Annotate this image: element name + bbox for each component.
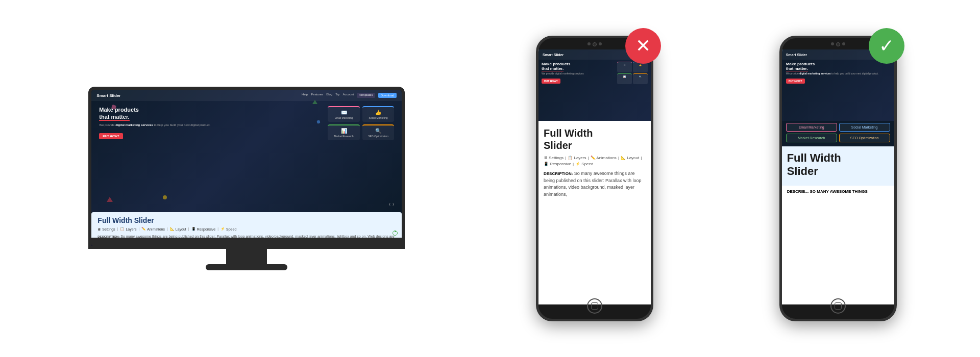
phone-good-screen: Smart Slider ≡ Make productsthat matter.… (782, 49, 894, 304)
phone-good-desc-label: DESCRIB... So many awesome things (787, 189, 868, 194)
monitor: Smart Slider Help Features Blog Try Acco… (88, 87, 405, 249)
phone-bad-subtext: We provide digital marketing services (542, 72, 614, 75)
phone-good: Smart Slider ≡ Make productsthat matter.… (779, 36, 897, 321)
phone-bad-info: Full Width Slider 🖥 Settings | 📋 Layers … (538, 121, 651, 204)
slider-text-column: Make products that matter. We provide di… (99, 106, 320, 139)
email-icon: ✉️ (330, 110, 357, 115)
phone-good-camera (831, 42, 845, 46)
good-card-social: Social Marketing (839, 123, 890, 132)
social-icon: 👍 (365, 110, 392, 115)
deco-triangle-1 (107, 197, 113, 202)
phone-bad-camera (587, 42, 602, 46)
phone-bad-content: Make productsthat matter. We provide dig… (538, 60, 651, 86)
phone-good-info: Full WidthSlider (782, 146, 894, 186)
desktop-section: Smart Slider Help Features Blog Try Acco… (83, 87, 410, 270)
monitor-screen: Smart Slider Help Features Blog Try Acco… (91, 90, 402, 238)
info-card-tags: 🖥 Settings | 📋 Layers | ✏️ Animations | … (97, 227, 396, 231)
phone-bad-desc-label: DESCRIPTION: (544, 171, 573, 176)
phone-bad-container: ✕ Smart Slider ≡ Make productsthat matte… (536, 36, 653, 321)
good-card-email: Email Marketing (786, 123, 837, 132)
tag-animations-bad: ✏️ Animations (591, 156, 617, 160)
phone-bad-text: Make productsthat matter. We provide dig… (542, 62, 614, 84)
tag-layout[interactable]: 📐 Layout (170, 227, 186, 231)
phone-bad-screen: Smart Slider ≡ Make productsthat matter.… (538, 49, 651, 304)
tag-layout-bad: 📐 Layout (621, 156, 639, 160)
camera-dot-4 (842, 42, 845, 45)
nav-link-blog[interactable]: Blog (326, 93, 332, 98)
camera-dot-2 (599, 42, 602, 45)
info-card: Full Width Slider 🖥 Settings | 📋 Layers … (91, 212, 402, 238)
phone-bad-desc: DESCRIPTION: So many awesome things are … (544, 170, 646, 198)
tag-responsive-bad: 📱 Responsive (544, 162, 571, 166)
info-card-title: Full Width Slider (97, 216, 396, 224)
tag-responsive[interactable]: 📱 Responsive (191, 227, 216, 231)
tag-settings-bad: 🖥 Settings (544, 156, 564, 160)
phone-bad-info-title: Full Width Slider (544, 127, 646, 151)
phone-bad-grid: ✉ 👍 📊 🔍 (617, 62, 648, 84)
slider-content: Make products that matter. We provide di… (91, 101, 402, 145)
phone-bad-logo: Smart Slider (543, 53, 564, 57)
phone-good-home-btn[interactable] (830, 298, 846, 314)
email-label: Email Marketing (330, 116, 357, 119)
phone-good-cards: Email Marketing Social Marketing Market … (782, 121, 894, 146)
nav-link-try[interactable]: Try (335, 93, 339, 98)
monitor-base (91, 238, 405, 246)
phone-bad-info-tags: 🖥 Settings | 📋 Layers | ✏️ Animations | … (544, 156, 646, 166)
good-card-market: Market Research (786, 134, 837, 142)
tag-layers[interactable]: 📋 Layers (120, 227, 136, 231)
nav-link-help[interactable]: Help (302, 93, 308, 98)
phone-bad: Smart Slider ≡ Make productsthat matter.… (536, 36, 653, 321)
social-label: Social Marketing (365, 116, 392, 119)
nav-link-account[interactable]: Account (343, 93, 354, 98)
slider-card-email: ✉️ Email Marketing (328, 106, 360, 122)
phone-bad-card-4: 🔍 (633, 73, 648, 84)
info-card-desc: DESCRIPTION: So many awesome things are … (97, 234, 396, 238)
phone-bad-headline: Make productsthat matter. (542, 62, 614, 71)
phone-bad-card-3: 📊 (617, 73, 632, 84)
slider-headline: Make products that matter. (99, 106, 320, 121)
deco-tri-2 (312, 100, 317, 104)
slider-card-social: 👍 Social Marketing (362, 106, 395, 122)
camera-dot-3 (831, 42, 834, 45)
nav-templates-btn[interactable]: Templates (357, 93, 375, 98)
headline-line1: Make products (99, 107, 139, 113)
tag-animations[interactable]: ✏️ Animations (141, 227, 165, 231)
tag-speed-bad: ⚡ Speed (575, 162, 593, 166)
phone-good-headline: Make productsthat matter. (786, 62, 890, 71)
camera-lens-2 (836, 42, 840, 46)
slider-navbar: Smart Slider Help Features Blog Try Acco… (91, 90, 402, 101)
camera-lens (593, 42, 597, 46)
monitor-foot (206, 264, 287, 270)
seo-label: SEO Optimization (365, 135, 392, 138)
phone-bad-home-btn[interactable] (587, 298, 602, 314)
slider-cta-button[interactable]: BUT HOW? (99, 133, 122, 139)
slider-preview: Smart Slider Help Features Blog Try Acco… (91, 90, 402, 212)
phone-good-logo: Smart Slider (786, 53, 807, 57)
desc-label: DESCRIPTION: (97, 235, 119, 238)
phone-good-cta[interactable]: BUT HOW? (786, 79, 805, 84)
arrow-left-icon[interactable]: ‹ (389, 201, 390, 207)
phone-good-home-inner (835, 302, 842, 310)
nav-download-btn[interactable]: Download (378, 93, 397, 98)
phone-bad-card-1: ✉ (617, 62, 632, 72)
error-icon: ✕ (635, 35, 651, 57)
slider-arrows: ‹ › (389, 201, 395, 207)
error-badge: ✕ (625, 28, 661, 64)
headline-line2: that matter. (99, 114, 129, 121)
phone-bad-cta[interactable]: BUT HOW? (542, 79, 560, 84)
phone-good-info-title: Full WidthSlider (787, 151, 889, 178)
tag-speed[interactable]: ⚡ Speed (220, 227, 236, 231)
phone-bad-home-inner (591, 302, 598, 310)
nav-link-features[interactable]: Features (311, 93, 323, 98)
tag-layers-bad: 📋 Layers (568, 156, 586, 160)
phone-good-desc-section: DESCRIB... So many awesome things (782, 186, 894, 198)
slider-card-market: 📊 Market Research (328, 124, 360, 140)
success-badge: ✓ (869, 28, 904, 64)
slider-cards-grid: ✉️ Email Marketing 👍 Social Marketing 📊 … (328, 106, 394, 140)
phone-good-content: Make productsthat matter. We provide dig… (782, 60, 894, 86)
phone-good-subtext: We provide digital marketing services to… (786, 72, 890, 75)
slider-subtext: We provide digital marketing services to… (99, 123, 320, 127)
tag-settings[interactable]: 🖥 Settings (97, 227, 115, 231)
arrow-right-icon[interactable]: › (393, 201, 394, 207)
phone-good-desc: DESCRIB... So many awesome things (787, 189, 889, 195)
